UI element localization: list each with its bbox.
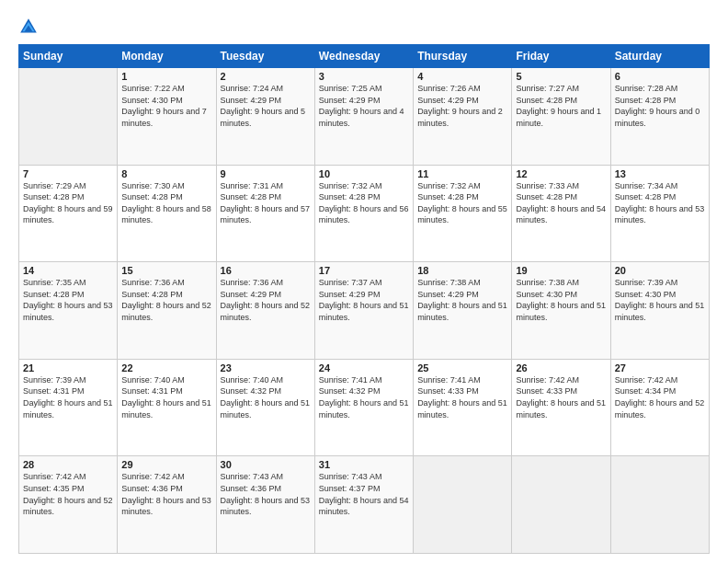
day-info: Sunrise: 7:38 AM Sunset: 4:30 PM Dayligh… — [516, 277, 606, 323]
day-number: 8 — [121, 168, 211, 179]
day-number: 1 — [121, 71, 211, 82]
day-number: 31 — [319, 459, 409, 470]
calendar-body: 1Sunrise: 7:22 AM Sunset: 4:30 PM Daylig… — [19, 68, 710, 554]
calendar-cell: 16Sunrise: 7:36 AM Sunset: 4:29 PM Dayli… — [216, 262, 314, 360]
day-number: 12 — [516, 168, 606, 179]
day-info: Sunrise: 7:27 AM Sunset: 4:28 PM Dayligh… — [516, 83, 606, 129]
calendar-week-1: 1Sunrise: 7:22 AM Sunset: 4:30 PM Daylig… — [19, 68, 710, 166]
day-info: Sunrise: 7:33 AM Sunset: 4:28 PM Dayligh… — [516, 180, 606, 226]
day-info: Sunrise: 7:26 AM Sunset: 4:29 PM Dayligh… — [417, 83, 507, 129]
day-number: 29 — [121, 459, 211, 470]
calendar-cell: 17Sunrise: 7:37 AM Sunset: 4:29 PM Dayli… — [314, 262, 413, 360]
day-info: Sunrise: 7:36 AM Sunset: 4:29 PM Dayligh… — [221, 277, 311, 323]
day-number: 13 — [615, 168, 705, 179]
day-header-tuesday: Tuesday — [216, 45, 314, 68]
day-number: 9 — [221, 168, 311, 179]
calendar-cell — [414, 456, 512, 554]
day-info: Sunrise: 7:39 AM Sunset: 4:30 PM Dayligh… — [615, 277, 705, 323]
day-number: 21 — [23, 362, 113, 373]
calendar-cell: 1Sunrise: 7:22 AM Sunset: 4:30 PM Daylig… — [118, 68, 216, 166]
day-info: Sunrise: 7:25 AM Sunset: 4:29 PM Dayligh… — [319, 83, 409, 129]
day-number: 26 — [516, 362, 606, 373]
calendar-cell: 19Sunrise: 7:38 AM Sunset: 4:30 PM Dayli… — [512, 262, 610, 360]
calendar-week-5: 28Sunrise: 7:42 AM Sunset: 4:35 PM Dayli… — [19, 456, 710, 554]
day-info: Sunrise: 7:35 AM Sunset: 4:28 PM Dayligh… — [23, 277, 113, 323]
day-number: 3 — [319, 71, 409, 82]
day-info: Sunrise: 7:34 AM Sunset: 4:28 PM Dayligh… — [615, 180, 705, 226]
day-number: 17 — [319, 265, 409, 276]
day-info: Sunrise: 7:37 AM Sunset: 4:29 PM Dayligh… — [319, 277, 409, 323]
day-info: Sunrise: 7:36 AM Sunset: 4:28 PM Dayligh… — [121, 277, 211, 323]
day-info: Sunrise: 7:32 AM Sunset: 4:28 PM Dayligh… — [417, 180, 507, 226]
calendar-cell: 27Sunrise: 7:42 AM Sunset: 4:34 PM Dayli… — [610, 359, 709, 456]
calendar-cell: 11Sunrise: 7:32 AM Sunset: 4:28 PM Dayli… — [414, 165, 512, 262]
day-info: Sunrise: 7:24 AM Sunset: 4:29 PM Dayligh… — [221, 83, 311, 129]
day-info: Sunrise: 7:43 AM Sunset: 4:37 PM Dayligh… — [319, 471, 409, 517]
calendar-cell: 8Sunrise: 7:30 AM Sunset: 4:28 PM Daylig… — [118, 165, 216, 262]
day-info: Sunrise: 7:22 AM Sunset: 4:30 PM Dayligh… — [121, 83, 211, 129]
day-info: Sunrise: 7:28 AM Sunset: 4:28 PM Dayligh… — [615, 83, 705, 129]
day-info: Sunrise: 7:42 AM Sunset: 4:36 PM Dayligh… — [121, 471, 211, 517]
calendar-cell: 2Sunrise: 7:24 AM Sunset: 4:29 PM Daylig… — [216, 68, 314, 166]
calendar-cell: 20Sunrise: 7:39 AM Sunset: 4:30 PM Dayli… — [610, 262, 709, 360]
day-info: Sunrise: 7:31 AM Sunset: 4:28 PM Dayligh… — [221, 180, 311, 226]
day-number: 15 — [121, 265, 211, 276]
day-number: 4 — [417, 71, 507, 82]
day-info: Sunrise: 7:32 AM Sunset: 4:28 PM Dayligh… — [319, 180, 409, 226]
calendar-cell: 14Sunrise: 7:35 AM Sunset: 4:28 PM Dayli… — [19, 262, 118, 360]
day-number: 27 — [615, 362, 705, 373]
calendar-cell: 24Sunrise: 7:41 AM Sunset: 4:32 PM Dayli… — [314, 359, 413, 456]
day-header-thursday: Thursday — [414, 45, 512, 68]
day-info: Sunrise: 7:40 AM Sunset: 4:32 PM Dayligh… — [221, 374, 311, 420]
day-number: 22 — [121, 362, 211, 373]
calendar-cell: 22Sunrise: 7:40 AM Sunset: 4:31 PM Dayli… — [118, 359, 216, 456]
calendar-cell: 13Sunrise: 7:34 AM Sunset: 4:28 PM Dayli… — [610, 165, 709, 262]
day-number: 18 — [417, 265, 507, 276]
calendar-cell: 30Sunrise: 7:43 AM Sunset: 4:36 PM Dayli… — [216, 456, 314, 554]
day-header-wednesday: Wednesday — [314, 45, 413, 68]
calendar-cell: 23Sunrise: 7:40 AM Sunset: 4:32 PM Dayli… — [216, 359, 314, 456]
day-info: Sunrise: 7:40 AM Sunset: 4:31 PM Dayligh… — [121, 374, 211, 420]
calendar-cell: 12Sunrise: 7:33 AM Sunset: 4:28 PM Dayli… — [512, 165, 610, 262]
header — [18, 17, 710, 37]
day-header-sunday: Sunday — [19, 45, 118, 68]
calendar-cell: 4Sunrise: 7:26 AM Sunset: 4:29 PM Daylig… — [414, 68, 512, 166]
day-number: 7 — [23, 168, 113, 179]
calendar-week-4: 21Sunrise: 7:39 AM Sunset: 4:31 PM Dayli… — [19, 359, 710, 456]
day-info: Sunrise: 7:39 AM Sunset: 4:31 PM Dayligh… — [23, 374, 113, 420]
day-number: 2 — [221, 71, 311, 82]
day-number: 20 — [615, 265, 705, 276]
day-info: Sunrise: 7:42 AM Sunset: 4:34 PM Dayligh… — [615, 374, 705, 420]
calendar-week-3: 14Sunrise: 7:35 AM Sunset: 4:28 PM Dayli… — [19, 262, 710, 360]
logo — [18, 17, 42, 37]
day-info: Sunrise: 7:41 AM Sunset: 4:33 PM Dayligh… — [417, 374, 507, 420]
day-number: 23 — [221, 362, 311, 373]
day-number: 10 — [319, 168, 409, 179]
calendar-cell: 26Sunrise: 7:42 AM Sunset: 4:33 PM Dayli… — [512, 359, 610, 456]
day-info: Sunrise: 7:41 AM Sunset: 4:32 PM Dayligh… — [319, 374, 409, 420]
calendar-cell: 3Sunrise: 7:25 AM Sunset: 4:29 PM Daylig… — [314, 68, 413, 166]
day-number: 16 — [221, 265, 311, 276]
calendar-cell: 28Sunrise: 7:42 AM Sunset: 4:35 PM Dayli… — [19, 456, 118, 554]
day-header-monday: Monday — [118, 45, 216, 68]
calendar-cell: 10Sunrise: 7:32 AM Sunset: 4:28 PM Dayli… — [314, 165, 413, 262]
page: SundayMondayTuesdayWednesdayThursdayFrid… — [0, 0, 728, 563]
day-info: Sunrise: 7:38 AM Sunset: 4:29 PM Dayligh… — [417, 277, 507, 323]
logo-icon — [18, 17, 39, 37]
day-number: 24 — [319, 362, 409, 373]
day-header-row: SundayMondayTuesdayWednesdayThursdayFrid… — [19, 45, 710, 68]
day-info: Sunrise: 7:30 AM Sunset: 4:28 PM Dayligh… — [121, 180, 211, 226]
calendar-cell: 18Sunrise: 7:38 AM Sunset: 4:29 PM Dayli… — [414, 262, 512, 360]
day-number: 28 — [23, 459, 113, 470]
calendar-cell: 6Sunrise: 7:28 AM Sunset: 4:28 PM Daylig… — [610, 68, 709, 166]
day-number: 30 — [221, 459, 311, 470]
day-number: 5 — [516, 71, 606, 82]
day-header-friday: Friday — [512, 45, 610, 68]
calendar-cell — [512, 456, 610, 554]
calendar-cell: 31Sunrise: 7:43 AM Sunset: 4:37 PM Dayli… — [314, 456, 413, 554]
day-info: Sunrise: 7:42 AM Sunset: 4:35 PM Dayligh… — [23, 471, 113, 517]
calendar-cell: 25Sunrise: 7:41 AM Sunset: 4:33 PM Dayli… — [414, 359, 512, 456]
day-number: 25 — [417, 362, 507, 373]
calendar-cell: 21Sunrise: 7:39 AM Sunset: 4:31 PM Dayli… — [19, 359, 118, 456]
day-number: 19 — [516, 265, 606, 276]
